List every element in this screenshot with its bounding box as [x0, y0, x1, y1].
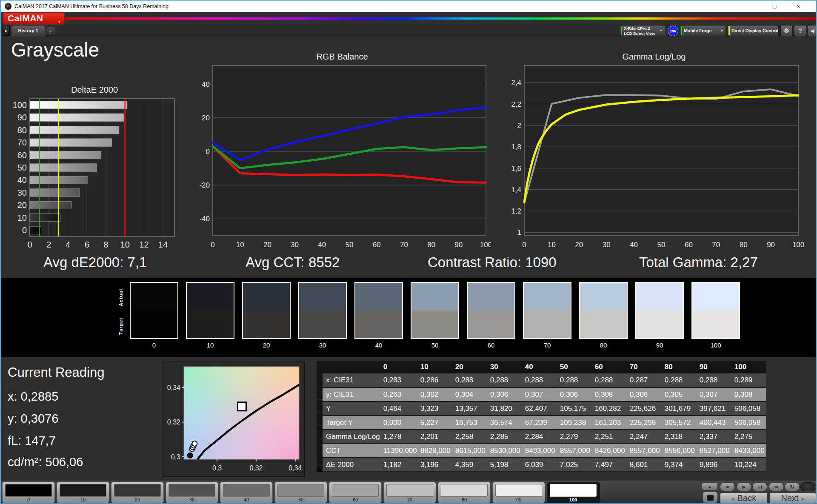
swatch-target-color [243, 310, 290, 338]
collapse-panel-button[interactable]: ◀ [808, 25, 817, 36]
table-cell: 3,323 [417, 401, 452, 416]
table-cell: 16,753 [452, 416, 487, 430]
svg-text:0: 0 [27, 240, 32, 249]
swatch-label: 0 [130, 342, 178, 349]
next-button[interactable]: Next » [769, 493, 816, 504]
svg-text:0,34: 0,34 [167, 384, 180, 391]
swatch-label: 100 [691, 342, 740, 349]
table-cell: 8615,000 [452, 444, 487, 458]
meter-status-stripe [621, 26, 622, 35]
table-cell: 0,286 [417, 373, 452, 387]
loop-button[interactable]: ∞ [769, 482, 784, 491]
patch-button-70[interactable]: 70 [383, 482, 436, 503]
svg-text:20: 20 [17, 200, 27, 210]
patch-button-label: 60 [329, 497, 381, 502]
chevron-down-icon: ▼ [720, 29, 723, 32]
back-button[interactable]: « Back [720, 493, 768, 504]
patch-button-40[interactable]: 40 [220, 482, 273, 503]
patch-color-chip [495, 484, 542, 497]
refresh-button[interactable]: ↻ [785, 482, 800, 491]
table-cell: 9,896 [696, 458, 731, 472]
table-cell: 0,464 [380, 401, 417, 416]
table-row-label: CCT [323, 444, 380, 458]
svg-text:1,4: 1,4 [511, 186, 521, 194]
swatch-target-color [468, 310, 514, 338]
table-cell: 8557,000 [557, 444, 591, 458]
table-cell: 8530,000 [487, 444, 522, 458]
grayscale-swatch: 100 [691, 282, 740, 349]
table-column-header: 100 [731, 361, 766, 373]
svg-text:90: 90 [454, 241, 463, 249]
patch-button-20[interactable]: 20 [111, 482, 164, 503]
swatch-target-color [187, 310, 234, 338]
table-row-label: x: CIE31 [323, 373, 380, 387]
patch-button-90[interactable]: 90 [492, 482, 545, 503]
table-cell: 0,289 [731, 373, 766, 387]
add-tab-button[interactable]: + [46, 27, 55, 36]
table-cell: 0,288 [487, 373, 522, 387]
cie-chart-plot: 0,30,320,340,30,320,34 [163, 362, 304, 476]
chevron-down-icon: ▼ [660, 29, 663, 32]
table-cell: 8493,000 [522, 444, 557, 458]
svg-text:10: 10 [120, 240, 130, 249]
calman-logo-menu[interactable]: CalMAN ▼ [3, 13, 64, 24]
minimize-button[interactable]: – [741, 1, 760, 12]
svg-text:0: 0 [522, 241, 526, 249]
patch-window-button[interactable] [703, 492, 718, 503]
gamma-chart-title: Gamma Log/Log [504, 52, 804, 63]
table-cell: 2,285 [487, 430, 522, 444]
svg-text:2,4: 2,4 [511, 79, 521, 87]
maximize-button[interactable]: □ [765, 1, 784, 12]
patch-button-30[interactable]: 30 [166, 482, 218, 503]
svg-text:60: 60 [373, 241, 381, 249]
grayscale-swatch: 10 [186, 282, 234, 349]
svg-text:100: 100 [480, 241, 491, 249]
table-cell: 0,288 [661, 373, 696, 387]
patch-button-100[interactable]: 100 [547, 482, 600, 503]
swatch-actual-color [411, 283, 458, 310]
svg-text:40: 40 [630, 241, 638, 249]
table-cell: 4,359 [452, 458, 487, 472]
table-cell: 8433,000 [731, 444, 766, 458]
swatch-target-color [299, 310, 346, 338]
display-control-selector[interactable]: Direct Display Control ▼ [728, 25, 779, 36]
svg-text:100: 100 [13, 100, 27, 110]
stop-button[interactable]: ■ [720, 482, 735, 491]
patch-panel-up-button[interactable]: ▲ [702, 482, 718, 490]
patch-button-10[interactable]: 10 [57, 482, 109, 503]
svg-text:2: 2 [46, 240, 51, 249]
table-row-label: y: CIE31 [323, 387, 380, 401]
total-gamma-stat: Total Gamma: 2,27 [639, 254, 758, 271]
patch-button-0[interactable]: 0 [2, 482, 55, 503]
svg-text:20: 20 [263, 241, 271, 249]
patch-button-50[interactable]: 50 [274, 482, 327, 503]
swatch-actual-color [636, 283, 683, 310]
table-row-gutter [317, 361, 323, 472]
range-button[interactable]: [-] [752, 482, 767, 491]
patch-button-60[interactable]: 60 [329, 482, 382, 503]
table-row: Gamma Log/Log1,2782,2012,2582,2852,2842,… [323, 430, 766, 444]
settings-button[interactable]: ⚙ [780, 25, 793, 36]
source-selector[interactable]: Mobile Forge ▼ [680, 25, 726, 36]
close-button[interactable]: × [789, 1, 808, 12]
meter-selector[interactable]: X-Rite i1Pro 2LCD Direct View ▼ [620, 25, 665, 36]
table-cell: 0,307 [522, 387, 557, 401]
svg-text:0: 0 [22, 225, 27, 235]
tab-history-1[interactable]: History 1 [11, 25, 45, 36]
display-control-label: Direct Display Control [731, 26, 778, 36]
table-cell: 10,224 [731, 458, 766, 472]
tab-scroll-button[interactable]: ▶ [3, 25, 10, 36]
svg-text:20: 20 [575, 241, 583, 249]
table-cell: 506,058 [731, 416, 766, 430]
meter-count-badge[interactable]: 196 [668, 26, 678, 36]
play-button[interactable]: ▶ [737, 482, 751, 491]
swatch-actual-color [468, 283, 514, 310]
help-button[interactable]: ? [794, 25, 806, 36]
table-cell: 301,679 [661, 401, 696, 416]
table-cell: 1,182 [380, 458, 417, 472]
patch-button-label: 30 [166, 497, 218, 502]
table-cell: 8527,000 [696, 444, 731, 458]
table-cell: 9,374 [661, 458, 696, 472]
patch-button-80[interactable]: 80 [438, 482, 491, 503]
svg-text:14: 14 [158, 240, 168, 249]
